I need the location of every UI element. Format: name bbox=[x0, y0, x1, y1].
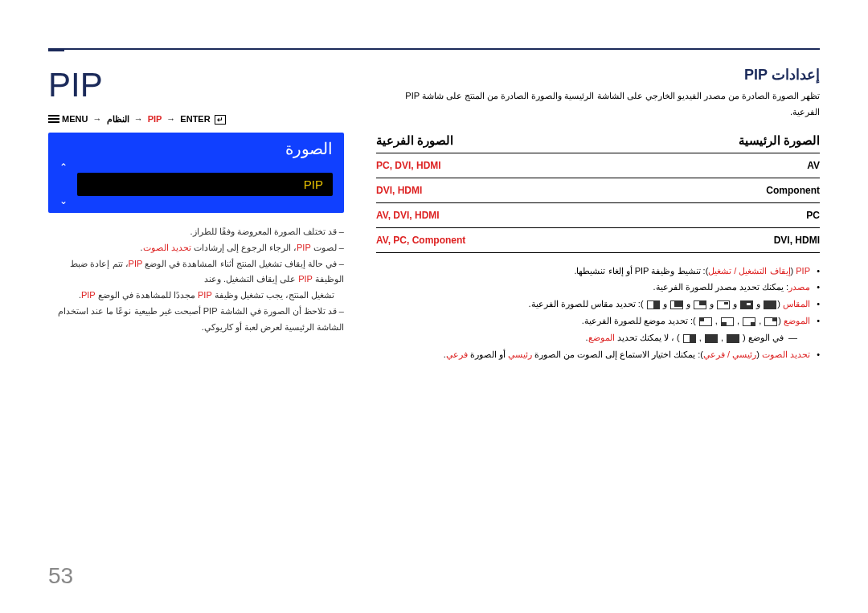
size-icon bbox=[705, 334, 718, 343]
intro-text: تظهر الصورة الصادرة من مصدر الفيديو الخا… bbox=[376, 88, 820, 121]
svg-rect-2 bbox=[48, 121, 59, 123]
table-row: ComponentDVI, HDMI bbox=[376, 178, 820, 203]
size-icon bbox=[694, 300, 706, 309]
size-icon bbox=[683, 334, 696, 343]
osd-selected-item[interactable]: PIP bbox=[77, 173, 333, 196]
position-icon bbox=[764, 317, 777, 326]
enter-icon: ↵ bbox=[215, 115, 226, 125]
size-icon bbox=[670, 300, 683, 309]
breadcrumb: MENU → النظام → PIP → ENTER ↵ bbox=[48, 114, 344, 125]
position-icon bbox=[743, 317, 755, 326]
position-icon bbox=[699, 317, 712, 326]
size-icon bbox=[727, 334, 739, 343]
section-heading: إعدادات PIP bbox=[376, 66, 820, 84]
table-head: الصورة الرئيسية الصورة الفرعية bbox=[376, 133, 820, 153]
bullets: PIP (إيقاف التشغيل / تشغيل): تنشيط وظيفة… bbox=[376, 263, 820, 363]
menu-icon bbox=[48, 115, 59, 125]
svg-rect-0 bbox=[48, 115, 59, 116]
chevron-up-icon[interactable]: ⌃ bbox=[59, 161, 68, 173]
page-title: PIP bbox=[48, 66, 344, 104]
notes-block: – قد تختلف الصورة المعروضة وفقًا للطراز.… bbox=[48, 224, 344, 336]
size-icon bbox=[717, 300, 730, 309]
chevron-down-icon[interactable]: ⌄ bbox=[59, 195, 68, 206]
svg-rect-1 bbox=[48, 118, 59, 120]
size-icon bbox=[740, 300, 753, 309]
table-row: PCAV, DVI, HDMI bbox=[376, 203, 820, 228]
position-icon bbox=[721, 317, 734, 326]
size-icon bbox=[764, 300, 776, 309]
page-number: 53 bbox=[48, 563, 73, 589]
osd-header: الصورة bbox=[59, 139, 333, 158]
table-row: AVPC, DVI, HDMI bbox=[376, 153, 820, 178]
osd-panel: الصورة ⌃ ⌄ PIP bbox=[48, 133, 344, 213]
table-row: DVI, HDMIAV, PC, Component bbox=[376, 228, 820, 253]
size-icon bbox=[647, 300, 660, 309]
